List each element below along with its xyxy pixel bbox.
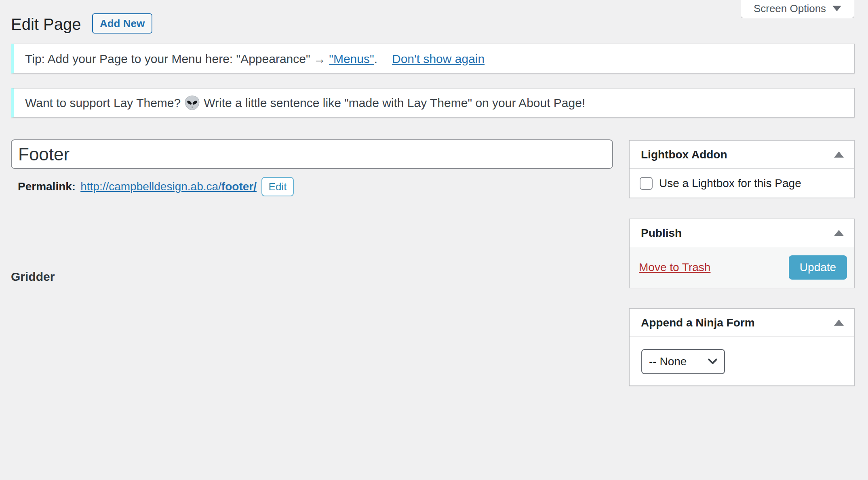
- support-theme-notice: Want to support Lay Theme? Write a littl…: [11, 88, 855, 118]
- screen-options-tab[interactable]: Screen Options: [741, 0, 854, 18]
- permalink-link[interactable]: http://campbelldesign.ab.ca/footer/: [80, 180, 257, 193]
- tip-text: Tip: Add your Page to your Menu here: "A…: [25, 51, 329, 67]
- chevron-up-icon[interactable]: [834, 152, 844, 158]
- page-title-input[interactable]: [11, 139, 613, 169]
- move-to-trash-link[interactable]: Move to Trash: [639, 261, 710, 274]
- ninja-form-panel-header[interactable]: Append a Ninja Form: [630, 309, 854, 337]
- page-title: Edit Page: [11, 15, 81, 34]
- chevron-down-icon: [708, 358, 717, 364]
- permalink-label: Permalink:: [18, 180, 76, 193]
- permalink-url-base: http://campbelldesign.ab.ca/: [80, 180, 221, 193]
- ninja-form-panel-title: Append a Ninja Form: [641, 316, 755, 329]
- screen-options-label: Screen Options: [754, 2, 826, 15]
- chevron-down-icon: [832, 6, 841, 11]
- permalink-url-slug: footer/: [221, 180, 257, 193]
- support-text-before: Want to support Lay Theme?: [25, 95, 181, 111]
- publish-panel-title: Publish: [641, 227, 682, 240]
- ninja-form-panel: Append a Ninja Form -- None: [629, 308, 855, 386]
- menus-link[interactable]: "Menus": [329, 51, 374, 67]
- alien-emoji: [185, 95, 200, 110]
- chevron-up-icon[interactable]: [834, 230, 844, 236]
- tip-period: .: [374, 51, 377, 67]
- use-lightbox-checkbox-label[interactable]: Use a Lightbox for this Page: [659, 177, 801, 190]
- ninja-form-select[interactable]: -- None: [641, 349, 725, 374]
- lightbox-addon-panel: Lightbox Addon Use a Lightbox for this P…: [629, 140, 855, 198]
- ninja-form-select-value: -- None: [649, 355, 687, 368]
- edit-page-screen: { "header": { "title": "Edit Page", "add…: [0, 0, 868, 480]
- menu-tip-notice: Tip: Add your Page to your Menu here: "A…: [11, 44, 855, 74]
- permalink-row: Permalink: http://campbelldesign.ab.ca/f…: [18, 177, 294, 196]
- dont-show-again-link[interactable]: Don't show again: [392, 51, 485, 67]
- lightbox-addon-panel-header[interactable]: Lightbox Addon: [630, 141, 854, 169]
- lightbox-addon-panel-title: Lightbox Addon: [641, 148, 727, 161]
- chevron-up-icon[interactable]: [834, 320, 844, 326]
- add-new-button[interactable]: Add New: [92, 13, 152, 34]
- edit-permalink-button[interactable]: Edit: [261, 177, 294, 196]
- publish-panel-header[interactable]: Publish: [630, 219, 854, 247]
- support-text-after: Write a little sentence like "made with …: [204, 95, 585, 111]
- use-lightbox-checkbox[interactable]: [640, 177, 653, 190]
- update-button[interactable]: Update: [789, 255, 847, 280]
- publish-panel: Publish Move to Trash Update: [629, 219, 855, 288]
- gridder-label: Gridder: [11, 270, 55, 284]
